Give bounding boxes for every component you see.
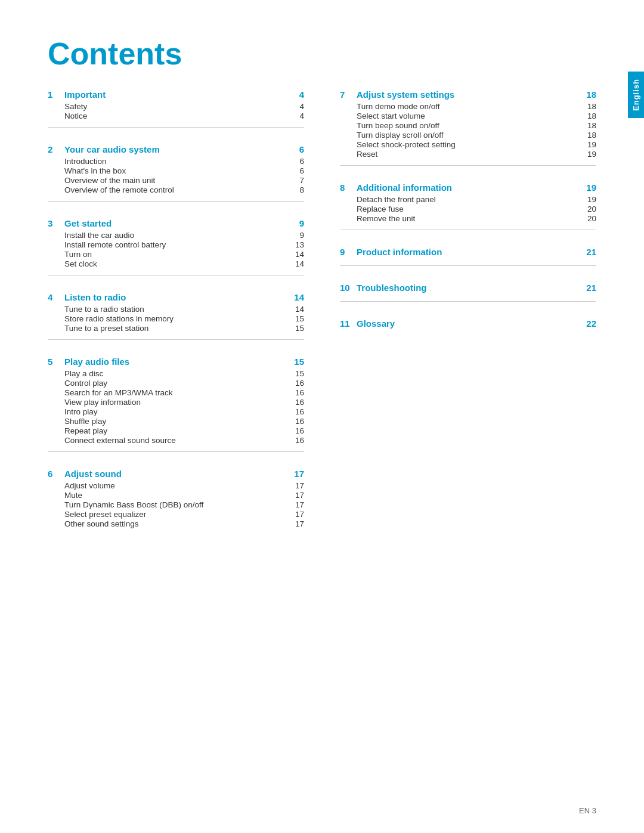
section-page-10: 21 <box>584 283 596 293</box>
toc-item-label: Remove the unit <box>357 214 584 223</box>
toc-item: Overview of the remote control8 <box>48 185 304 194</box>
toc-item-page: 18 <box>584 131 596 140</box>
toc-item-page: 6 <box>292 166 304 175</box>
toc-columns: 1Important4Safety4Notice42Your car audio… <box>48 89 596 552</box>
section-2: 2Your car audio system6Introduction6What… <box>48 144 304 202</box>
toc-item: Mute17 <box>48 491 304 500</box>
toc-item: Detach the front panel19 <box>340 195 596 204</box>
toc-item: Control play16 <box>48 379 304 388</box>
toc-item-page: 14 <box>292 305 304 314</box>
toc-item-page: 20 <box>584 205 596 213</box>
section-11: 11Glossary22 <box>340 318 596 337</box>
toc-item-label: Store radio stations in memory <box>64 314 292 323</box>
section-heading-5: 5Play audio files15 <box>48 357 304 367</box>
section-num-8: 8 <box>340 182 352 193</box>
section-page-8: 19 <box>584 182 596 193</box>
toc-item-label: Connect external sound source <box>64 436 292 445</box>
toc-item-label: Overview of the main unit <box>64 176 292 185</box>
section-num-11: 11 <box>340 318 352 329</box>
toc-item: Store radio stations in memory15 <box>48 314 304 323</box>
section-heading-11: 11Glossary22 <box>340 318 596 329</box>
section-page-1: 4 <box>292 89 304 100</box>
section-page-4: 14 <box>292 292 304 302</box>
toc-item-page: 4 <box>292 102 304 111</box>
toc-item-page: 16 <box>292 398 304 407</box>
toc-item-page: 16 <box>292 379 304 388</box>
toc-item-label: View play information <box>64 398 292 407</box>
toc-item-page: 17 <box>292 510 304 519</box>
toc-item-page: 15 <box>292 324 304 333</box>
right-column: 7Adjust system settings18Turn demo mode … <box>340 89 596 552</box>
toc-item-page: 17 <box>292 500 304 509</box>
toc-item-page: 14 <box>292 250 304 259</box>
toc-item: Remove the unit20 <box>340 214 596 223</box>
section-num-5: 5 <box>48 357 60 367</box>
toc-item: Safety4 <box>48 102 304 111</box>
toc-item: Set clock14 <box>48 259 304 268</box>
toc-item: Shuffle play16 <box>48 417 304 426</box>
section-heading-1: 1Important4 <box>48 89 304 100</box>
toc-item: Replace fuse20 <box>340 205 596 213</box>
section-6: 6Adjust sound17Adjust volume17Mute17Turn… <box>48 469 304 535</box>
section-heading-9: 9Product information21 <box>340 247 596 257</box>
toc-item: Reset19 <box>340 150 596 159</box>
toc-item-page: 4 <box>292 112 304 120</box>
toc-item: Turn demo mode on/off18 <box>340 102 596 111</box>
side-tab-english: English <box>628 72 644 118</box>
section-heading-3: 3Get started9 <box>48 218 304 228</box>
toc-item-label: Tune to a preset station <box>64 324 292 333</box>
section-page-7: 18 <box>584 89 596 100</box>
section-heading-7: 7Adjust system settings18 <box>340 89 596 100</box>
toc-item-label: What's in the box <box>64 166 292 175</box>
section-title-5: Play audio files <box>64 357 287 367</box>
toc-item: Other sound settings17 <box>48 519 304 528</box>
toc-item: Select preset equalizer17 <box>48 510 304 519</box>
section-num-1: 1 <box>48 89 60 100</box>
section-num-4: 4 <box>48 292 60 302</box>
section-heading-8: 8Additional information19 <box>340 182 596 193</box>
toc-item-label: Turn on <box>64 250 292 259</box>
toc-item-label: Notice <box>64 112 292 120</box>
toc-item-page: 15 <box>292 369 304 378</box>
toc-item: Notice4 <box>48 112 304 120</box>
section-heading-2: 2Your car audio system6 <box>48 144 304 154</box>
toc-item: Adjust volume17 <box>48 481 304 490</box>
section-num-9: 9 <box>340 247 352 257</box>
toc-item-page: 18 <box>584 102 596 111</box>
section-title-9: Product information <box>357 247 580 257</box>
toc-item-label: Install the car audio <box>64 231 292 240</box>
toc-item-page: 19 <box>584 140 596 149</box>
toc-item: Turn on14 <box>48 250 304 259</box>
section-title-1: Important <box>64 89 287 100</box>
toc-item-page: 16 <box>292 417 304 426</box>
section-4: 4Listen to radio14Tune to a radio statio… <box>48 292 304 340</box>
toc-item-label: Detach the front panel <box>357 195 584 204</box>
toc-item: Search for an MP3/WMA track16 <box>48 388 304 397</box>
toc-item-page: 16 <box>292 407 304 416</box>
toc-item-page: 9 <box>292 231 304 240</box>
section-title-6: Adjust sound <box>64 469 287 479</box>
toc-item: View play information16 <box>48 398 304 407</box>
toc-item-page: 17 <box>292 519 304 528</box>
toc-item-page: 7 <box>292 176 304 185</box>
toc-item-page: 6 <box>292 157 304 166</box>
toc-item-label: Tune to a radio station <box>64 305 292 314</box>
section-page-5: 15 <box>292 357 304 367</box>
section-heading-6: 6Adjust sound17 <box>48 469 304 479</box>
toc-item-label: Turn demo mode on/off <box>357 102 584 111</box>
toc-item-page: 19 <box>584 150 596 159</box>
toc-item-label: Select start volume <box>357 112 584 120</box>
toc-item-label: Install remote control battery <box>64 240 292 249</box>
toc-item: Install the car audio9 <box>48 231 304 240</box>
section-page-9: 21 <box>584 247 596 257</box>
toc-item-label: Other sound settings <box>64 519 292 528</box>
toc-item-page: 16 <box>292 426 304 435</box>
toc-item-page: 16 <box>292 436 304 445</box>
section-title-2: Your car audio system <box>64 144 287 154</box>
section-3: 3Get started9Install the car audio9Insta… <box>48 218 304 275</box>
toc-item-label: Search for an MP3/WMA track <box>64 388 292 397</box>
section-1: 1Important4Safety4Notice4 <box>48 89 304 128</box>
toc-item-label: Mute <box>64 491 292 500</box>
section-page-3: 9 <box>292 218 304 228</box>
toc-item-label: Introduction <box>64 157 292 166</box>
